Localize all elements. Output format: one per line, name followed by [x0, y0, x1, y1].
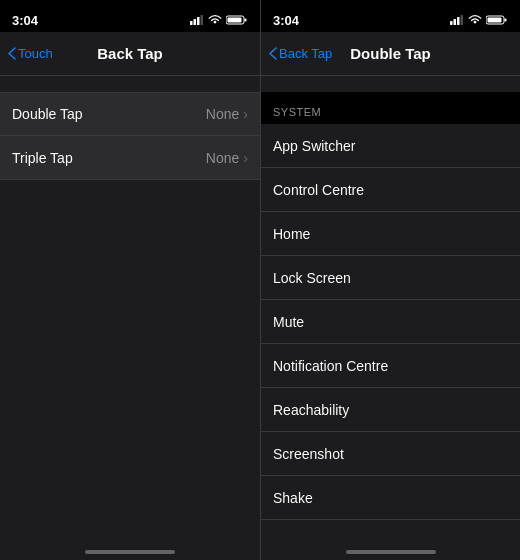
- double-tap-value: None: [206, 106, 239, 122]
- right-back-button[interactable]: Back Tap: [269, 46, 332, 61]
- left-home-indicator: [0, 534, 260, 560]
- screenshot-item[interactable]: Screenshot: [261, 432, 520, 476]
- right-nav-header: Back Tap Double Tap: [261, 32, 520, 76]
- svg-rect-12: [505, 19, 507, 22]
- right-status-time: 3:04: [273, 13, 299, 28]
- reachability-label: Reachability: [273, 402, 508, 418]
- battery-icon: [226, 15, 248, 25]
- triple-tap-chevron: ›: [243, 150, 248, 166]
- right-panel: 3:04 Back Tap: [260, 0, 520, 560]
- right-chevron-icon: [269, 47, 277, 60]
- signal-icon: [190, 15, 204, 25]
- triple-tap-label: Triple Tap: [12, 150, 206, 166]
- notification-centre-label: Notification Centre: [273, 358, 508, 374]
- right-list-section: SYSTEM App Switcher Control Centre Home …: [261, 92, 520, 534]
- right-nav-title: Double Tap: [350, 45, 431, 62]
- left-panel: 3:04: [0, 0, 260, 560]
- double-tap-chevron: ›: [243, 106, 248, 122]
- lock-screen-item[interactable]: Lock Screen: [261, 256, 520, 300]
- system-section-header: SYSTEM: [261, 92, 520, 124]
- right-status-bar: 3:04: [261, 0, 520, 32]
- mute-item[interactable]: Mute: [261, 300, 520, 344]
- left-nav-header: Touch Back Tap: [0, 32, 260, 76]
- home-label: Home: [273, 226, 508, 242]
- control-centre-label: Control Centre: [273, 182, 508, 198]
- notification-centre-item[interactable]: Notification Centre: [261, 344, 520, 388]
- double-tap-label: Double Tap: [12, 106, 206, 122]
- right-home-indicator: [261, 534, 520, 560]
- left-status-bar: 3:04: [0, 0, 260, 32]
- svg-rect-13: [488, 18, 502, 23]
- siri-item[interactable]: Siri: [261, 520, 520, 534]
- triple-tap-value: None: [206, 150, 239, 166]
- svg-rect-7: [450, 21, 453, 25]
- wifi-icon: [208, 15, 222, 25]
- svg-rect-10: [461, 15, 464, 25]
- lock-screen-label: Lock Screen: [273, 270, 508, 286]
- left-home-bar: [85, 550, 175, 554]
- svg-rect-6: [228, 18, 242, 23]
- svg-rect-0: [190, 21, 193, 25]
- svg-rect-8: [454, 19, 457, 25]
- app-switcher-label: App Switcher: [273, 138, 508, 154]
- app-switcher-item[interactable]: App Switcher: [261, 124, 520, 168]
- svg-rect-2: [197, 17, 200, 25]
- svg-rect-9: [457, 17, 460, 25]
- shake-label: Shake: [273, 490, 508, 506]
- screenshot-label: Screenshot: [273, 446, 508, 462]
- system-header-label: SYSTEM: [273, 106, 321, 118]
- shake-item[interactable]: Shake: [261, 476, 520, 520]
- control-centre-item[interactable]: Control Centre: [261, 168, 520, 212]
- svg-rect-1: [194, 19, 197, 25]
- left-back-button[interactable]: Touch: [8, 46, 53, 61]
- right-home-bar: [346, 550, 436, 554]
- svg-rect-5: [245, 19, 247, 22]
- double-tap-item[interactable]: Double Tap None ›: [0, 92, 260, 136]
- right-battery-icon: [486, 15, 508, 25]
- left-back-label: Touch: [18, 46, 53, 61]
- left-chevron-icon: [8, 47, 16, 60]
- left-status-time: 3:04: [12, 13, 38, 28]
- right-back-label: Back Tap: [279, 46, 332, 61]
- left-nav-title: Back Tap: [97, 45, 163, 62]
- triple-tap-item[interactable]: Triple Tap None ›: [0, 136, 260, 180]
- left-status-icons: [190, 15, 248, 25]
- reachability-item[interactable]: Reachability: [261, 388, 520, 432]
- right-wifi-icon: [468, 15, 482, 25]
- left-list-section: Double Tap None › Triple Tap None ›: [0, 92, 260, 534]
- home-item[interactable]: Home: [261, 212, 520, 256]
- right-signal-icon: [450, 15, 464, 25]
- right-status-icons: [450, 15, 508, 25]
- svg-rect-3: [201, 15, 204, 25]
- mute-label: Mute: [273, 314, 508, 330]
